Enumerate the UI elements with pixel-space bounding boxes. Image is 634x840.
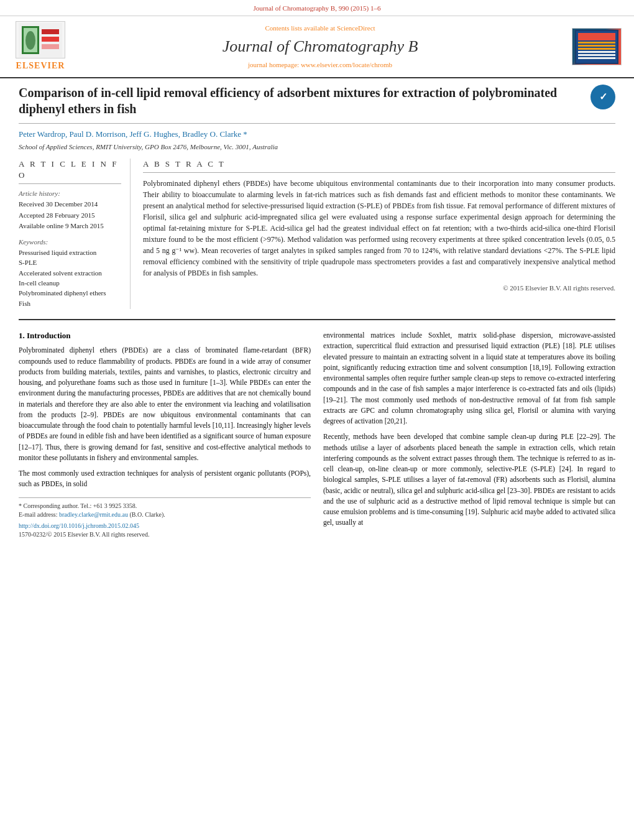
body-left-column: 1. Introduction Polybrominated diphenyl … — [19, 330, 311, 538]
right-paragraph-2: Recently, methods have been developed th… — [323, 432, 615, 528]
journal-title: Journal of Chromatography B — [68, 35, 572, 58]
right-paragraph-1: environmental matrices include Soxhlet, … — [323, 330, 615, 427]
body-content: 1. Introduction Polybrominated diphenyl … — [19, 330, 615, 538]
svg-rect-11 — [578, 45, 615, 47]
keyword-1: Pressurised liquid extraction — [19, 248, 121, 257]
svg-rect-10 — [578, 42, 615, 44]
svg-rect-13 — [578, 51, 615, 53]
available-date: Available online 9 March 2015 — [19, 221, 121, 231]
keyword-4: In-cell cleanup — [19, 279, 121, 288]
keyword-5: Polybrominated diphenyl ethers — [19, 288, 121, 298]
accepted-date: Accepted 28 February 2015 — [19, 211, 121, 220]
section-number: 1. — [19, 331, 25, 340]
abstract-section: A B S T R A C T Polybrominated diphenyl … — [143, 159, 615, 310]
homepage-text: journal homepage: — [248, 61, 301, 68]
keywords-section: Keywords: Pressurised liquid extraction … — [19, 238, 121, 309]
keyword-3: Accelerated solvent extraction — [19, 269, 121, 278]
keywords-label: Keywords: — [19, 238, 121, 247]
copyright-line: © 2015 Elsevier B.V. All rights reserved… — [143, 284, 615, 293]
body-right-column: environmental matrices include Soxhlet, … — [323, 330, 615, 538]
article-info-panel: A R T I C L E I N F O Article history: R… — [19, 159, 131, 310]
info-abstract-section: A R T I C L E I N F O Article history: R… — [19, 159, 615, 310]
elsevier-logo: ELSEVIER — [12, 21, 68, 72]
article-title-section: Comparison of in-cell lipid removal effi… — [19, 85, 615, 124]
homepage-link: journal homepage: www.elsevier.com/locat… — [68, 60, 572, 70]
svg-rect-15 — [578, 57, 615, 59]
keyword-6: Fish — [19, 299, 121, 308]
main-content: Comparison of in-cell lipid removal effi… — [0, 78, 634, 552]
history-label: Article history: — [19, 189, 121, 198]
affiliation: School of Applied Sciences, RMIT Univers… — [19, 142, 615, 152]
keyword-2: S-PLE — [19, 258, 121, 267]
sciencedirect-label[interactable]: ScienceDirect — [337, 24, 375, 32]
elsevier-image — [16, 21, 65, 58]
svg-rect-4 — [42, 29, 59, 34]
journal-thumbnail — [572, 28, 622, 65]
section-title: Introduction — [27, 331, 71, 340]
journal-center-header: Contents lists available at ScienceDirec… — [68, 24, 572, 70]
journal-header: ELSEVIER Contents lists available at Sci… — [0, 16, 634, 78]
contents-available-text: Contents lists available at — [265, 24, 336, 32]
doi-link[interactable]: http://dx.doi.org/10.1016/j.jchromb.2015… — [19, 522, 311, 530]
svg-rect-6 — [42, 44, 59, 49]
sciencedirect-link: Contents lists available at ScienceDirec… — [68, 24, 572, 33]
email-person: (B.O. Clarke). — [130, 511, 165, 518]
footnotes: * Corresponding author. Tel.: +61 3 9925… — [19, 497, 311, 539]
email-note: E-mail address: bradley.clarke@rmit.edu.… — [19, 510, 311, 519]
svg-rect-12 — [578, 48, 615, 50]
section-divider — [19, 319, 615, 320]
received-date: Received 30 December 2014 — [19, 200, 121, 209]
abstract-text: Polybrominated diphenyl ethers (PBDEs) h… — [143, 178, 615, 279]
email-address[interactable]: bradley.clarke@rmit.edu.au — [59, 511, 128, 518]
email-label: E-mail address: — [19, 511, 57, 518]
svg-rect-14 — [578, 54, 615, 56]
authors: Peter Wardrop, Paul D. Morrison, Jeff G.… — [19, 129, 615, 140]
elsevier-brand: ELSEVIER — [16, 60, 65, 72]
journal-reference: Journal of Chromatography B, 990 (2015) … — [0, 0, 634, 16]
intro-paragraph-1: Polybrominated diphenyl ethers (PBDEs) a… — [19, 345, 311, 463]
crossmark-logo[interactable]: ✓ — [590, 85, 615, 109]
intro-heading: 1. Introduction — [19, 330, 311, 341]
svg-point-3 — [25, 31, 35, 50]
article-info-heading: A R T I C L E I N F O — [19, 159, 121, 184]
corresponding-author-note: * Corresponding author. Tel.: +61 3 9925… — [19, 502, 311, 510]
doi-url[interactable]: http://dx.doi.org/10.1016/j.jchromb.2015… — [19, 522, 139, 529]
abstract-heading: A B S T R A C T — [143, 159, 615, 173]
journal-ref-text: Journal of Chromatography B, 990 (2015) … — [254, 4, 381, 12]
article-title: Comparison of in-cell lipid removal effi… — [19, 85, 590, 117]
svg-rect-5 — [42, 37, 59, 42]
svg-rect-9 — [578, 33, 615, 40]
intro-paragraph-2: The most commonly used extraction techni… — [19, 468, 311, 490]
homepage-url[interactable]: www.elsevier.com/locate/chromb — [301, 61, 392, 68]
issn-line: 1570-0232/© 2015 Elsevier B.V. All right… — [19, 530, 311, 539]
